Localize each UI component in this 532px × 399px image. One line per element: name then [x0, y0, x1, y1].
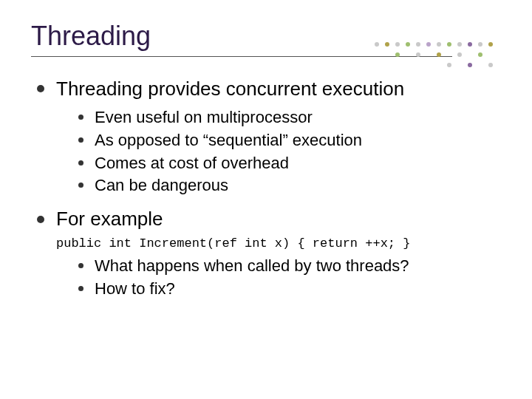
slide: Threading Threading provides concurrent … [0, 0, 532, 301]
sub-bullet-item: Can be dangerous [78, 174, 501, 197]
sub-bullet-item: As opposed to “sequential” execution [78, 129, 501, 152]
bullet-item: For example [37, 206, 501, 232]
bullet-text: For example [56, 208, 163, 230]
sub-bullet-item: How to fix? [78, 278, 501, 301]
sub-bullet-item: What happens when called by two threads? [78, 255, 501, 278]
sub-bullet-item: Comes at cost of overhead [78, 152, 501, 175]
code-line: public int Increment(ref int x) { return… [56, 236, 501, 250]
bullet-item-spacer: What happens when called by two threads?… [37, 255, 501, 301]
sub-bullet-list: Even useful on multiprocessor As opposed… [56, 106, 501, 197]
title-underline [31, 56, 452, 57]
slide-title: Threading [31, 21, 501, 52]
bullet-list: Threading provides concurrent execution … [31, 76, 501, 232]
sub-bullet-list: What happens when called by two threads?… [56, 255, 501, 301]
bullet-item: Threading provides concurrent execution … [37, 76, 501, 197]
sub-bullet-item: Even useful on multiprocessor [78, 106, 501, 129]
bullet-list-continued: What happens when called by two threads?… [31, 255, 501, 301]
bullet-text: Threading provides concurrent execution [56, 78, 404, 100]
